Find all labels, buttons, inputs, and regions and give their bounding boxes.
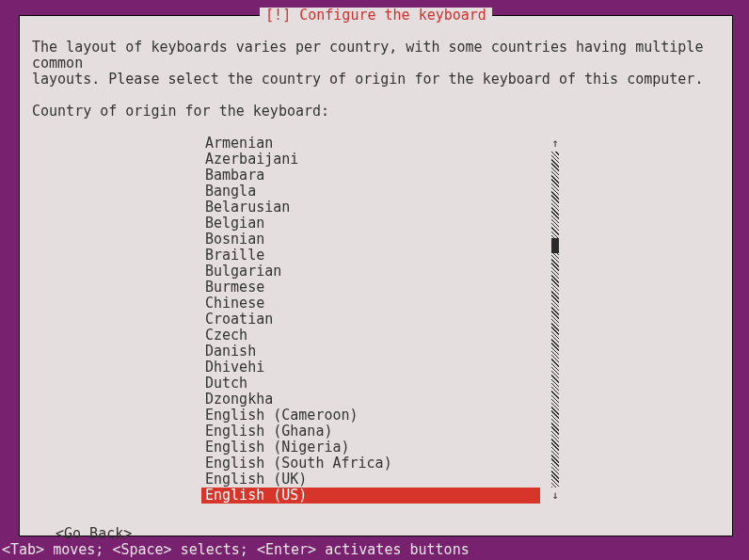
list-item[interactable]: English (Cameroon) <box>201 408 540 424</box>
keyboard-list[interactable]: ArmenianAzerbaijaniBambaraBanglaBelarusi… <box>201 136 540 504</box>
list-item[interactable]: Belgian <box>201 216 540 232</box>
list-item[interactable]: English (UK) <box>201 472 540 488</box>
list-item[interactable]: Croatian <box>201 312 540 328</box>
list-item[interactable]: English (South Africa) <box>201 456 540 472</box>
list-item[interactable]: English (Nigeria) <box>201 440 540 456</box>
list-item[interactable]: Belarusian <box>201 200 540 216</box>
scroll-thumb[interactable] <box>551 238 559 253</box>
list-item[interactable]: Czech <box>201 328 540 344</box>
list-item[interactable]: Azerbaijani <box>201 152 540 168</box>
list-item[interactable]: Dutch <box>201 376 540 392</box>
title-bar: [!] Configure the keyboard <box>20 8 732 24</box>
list-item[interactable]: Bosnian <box>201 232 540 248</box>
help-line: <Tab> moves; <Space> selects; <Enter> ac… <box>0 542 749 558</box>
list-item[interactable]: Armenian <box>201 136 540 152</box>
scroll-down-icon[interactable]: ↓ <box>551 488 558 504</box>
dialog-content: The layout of keyboards varies per count… <box>32 40 720 526</box>
keyboard-list-area: ArmenianAzerbaijaniBambaraBanglaBelarusi… <box>201 136 566 504</box>
scroll-up-icon[interactable]: ↑ <box>551 136 558 152</box>
scrollbar[interactable]: ↑ ↓ <box>550 136 561 504</box>
list-item[interactable]: English (Ghana) <box>201 424 540 440</box>
list-item[interactable]: Bangla <box>201 184 540 200</box>
list-item[interactable]: Danish <box>201 344 540 360</box>
list-item[interactable]: Burmese <box>201 280 540 296</box>
list-item[interactable]: Dhivehi <box>201 360 540 376</box>
description-text: The layout of keyboards varies per count… <box>32 40 720 88</box>
prompt-text: Country of origin for the keyboard: <box>32 104 720 120</box>
list-item[interactable]: Dzongkha <box>201 392 540 408</box>
list-item[interactable]: Bambara <box>201 168 540 184</box>
list-item[interactable]: Braille <box>201 248 540 264</box>
dialog-title: [!] Configure the keyboard <box>260 8 492 24</box>
list-item[interactable]: Chinese <box>201 296 540 312</box>
go-back-button[interactable]: <Go Back> <box>56 526 720 542</box>
dialog-frame: [!] Configure the keyboard The layout of… <box>19 15 733 536</box>
list-item[interactable]: English (US) <box>201 488 540 504</box>
list-item[interactable]: Bulgarian <box>201 264 540 280</box>
scroll-track[interactable] <box>551 152 559 488</box>
